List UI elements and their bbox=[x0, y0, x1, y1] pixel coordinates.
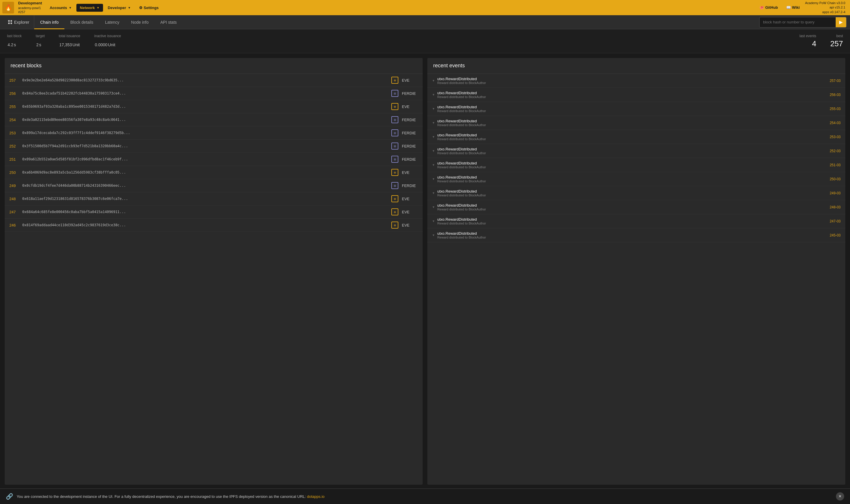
event-description: Reward distributed to BlockAuthor bbox=[437, 137, 828, 141]
event-info: utxo.RewardDistributed Reward distribute… bbox=[437, 175, 828, 183]
table-row[interactable]: 252 0x3f51500d5b7f94a2d91ccb93ef7d521b8a… bbox=[5, 140, 423, 153]
block-author: FERDIE bbox=[402, 144, 418, 148]
block-author: FERDIE bbox=[402, 118, 418, 122]
table-row[interactable]: 249 0x0cfdb19dcf4fee7d446da00b88714b2431… bbox=[5, 179, 423, 192]
list-item[interactable]: ▼ utxo.RewardDistributed Reward distribu… bbox=[427, 200, 845, 214]
settings-nav-item[interactable]: ⚙ Settings bbox=[135, 4, 162, 12]
event-info: utxo.RewardDistributed Reward distribute… bbox=[437, 203, 828, 211]
recent-blocks-title: recent blocks bbox=[5, 58, 423, 74]
list-item[interactable]: ▼ utxo.RewardDistributed Reward distribu… bbox=[427, 172, 845, 186]
total-issuance-label: total issuance bbox=[59, 34, 80, 38]
block-author: FERDIE bbox=[402, 91, 418, 96]
node-info-tab[interactable]: Node info bbox=[125, 15, 155, 29]
list-item[interactable]: ▼ utxo.RewardDistributed Reward distribu… bbox=[427, 144, 845, 158]
list-item[interactable]: ▼ utxo.RewardDistributed Reward distribu… bbox=[427, 228, 845, 242]
block-number: 252 bbox=[10, 144, 19, 148]
table-row[interactable]: 250 0xa6b4069d9ac8e893a5cba1256dd5983cf3… bbox=[5, 166, 423, 179]
event-id: 252-03 bbox=[830, 149, 840, 153]
chevron-down-icon: ▼ bbox=[432, 192, 435, 195]
github-link[interactable]: 🐙 GitHub bbox=[756, 3, 781, 12]
chain-node: academy-pow/1 bbox=[18, 6, 42, 10]
accounts-nav-item[interactable]: Accounts ▼ bbox=[46, 4, 75, 12]
event-id: 245-03 bbox=[830, 233, 840, 237]
table-row[interactable]: 254 0xde3a02115ebd89eee80356fa307e8a93c4… bbox=[5, 113, 423, 126]
chevron-down-icon: ▼ bbox=[432, 163, 435, 166]
table-row[interactable]: 251 0x09a612b552a0ae5d585f81bf2c096dfbd8… bbox=[5, 153, 423, 166]
best-stat: best 257 bbox=[830, 34, 843, 48]
event-info: utxo.RewardDistributed Reward distribute… bbox=[437, 105, 828, 113]
inactive-issuance-value: 0.0000Unit bbox=[94, 39, 121, 48]
inactive-issuance-stat: inactive issuance 0.0000Unit bbox=[94, 34, 121, 48]
event-info: utxo.RewardDistributed Reward distribute… bbox=[437, 147, 828, 155]
list-item[interactable]: ▼ utxo.RewardDistributed Reward distribu… bbox=[427, 102, 845, 116]
chevron-down-icon: ▼ bbox=[432, 121, 435, 124]
event-name: utxo.RewardDistributed bbox=[437, 231, 828, 236]
app-version-name: Academy PoW Chain v3.0.0 bbox=[805, 1, 845, 5]
table-row[interactable]: 248 0x618a11aef29d12318631d816578376b308… bbox=[5, 192, 423, 205]
network-label: Network bbox=[80, 5, 95, 10]
wiki-label: Wiki bbox=[792, 5, 800, 10]
list-item[interactable]: ▼ utxo.RewardDistributed Reward distribu… bbox=[427, 116, 845, 130]
list-item[interactable]: ▼ utxo.RewardDistributed Reward distribu… bbox=[427, 158, 845, 172]
nav-right-section: 🐙 GitHub 📖 Wiki Academy PoW Chain v3.0.0… bbox=[756, 1, 848, 14]
network-arrow-icon: ▼ bbox=[96, 6, 100, 10]
chain-name: Development bbox=[18, 1, 42, 6]
event-name: utxo.RewardDistributed bbox=[437, 175, 828, 179]
table-row[interactable]: 246 0x814f69addaad44ce110d392ad45c2c9837… bbox=[5, 219, 423, 232]
event-info: utxo.RewardDistributed Reward distribute… bbox=[437, 161, 828, 169]
table-row[interactable]: 257 0x9e3e2be2e64a528d9822300d8ac8132727… bbox=[5, 74, 423, 87]
chevron-down-icon: ▼ bbox=[432, 234, 435, 237]
event-info: utxo.RewardDistributed Reward distribute… bbox=[437, 133, 828, 141]
event-name: utxo.RewardDistributed bbox=[437, 203, 828, 208]
table-row[interactable]: 247 0x684a64c685fe8e000456c0aba7bbf5a041… bbox=[5, 205, 423, 219]
event-name: utxo.RewardDistributed bbox=[437, 161, 828, 165]
search-button[interactable]: ▶ bbox=[836, 17, 846, 28]
github-icon: 🐙 bbox=[759, 5, 764, 10]
block-author: EVE bbox=[402, 210, 418, 214]
event-name: utxo.RewardDistributed bbox=[437, 119, 828, 123]
api-stats-tab[interactable]: API stats bbox=[155, 15, 183, 29]
block-hash: 0x84a75c8ee3cadaf51b42202fcb44830a175903… bbox=[22, 91, 388, 95]
top-navigation: 🔥 Development academy-pow/1 #257 Account… bbox=[0, 0, 850, 15]
developer-nav-item[interactable]: Developer ▼ bbox=[104, 4, 134, 12]
block-number: 249 bbox=[10, 183, 19, 188]
author-icon: ⊕ bbox=[391, 103, 398, 110]
search-input[interactable] bbox=[760, 20, 836, 24]
settings-label: Settings bbox=[144, 5, 159, 10]
table-row[interactable]: 255 0x65b9693af93a320aba1c895ee001534817… bbox=[5, 100, 423, 113]
block-details-tab[interactable]: Block details bbox=[65, 15, 99, 29]
block-hash: 0x9e3e2be2e64a528d9822300d8ac813272733c9… bbox=[22, 78, 388, 82]
app-logo: 🔥 bbox=[2, 2, 14, 14]
table-row[interactable]: 253 0x899a17dcecabda7c292c03ff7f1c4ddef9… bbox=[5, 126, 423, 140]
list-item[interactable]: ▼ utxo.RewardDistributed Reward distribu… bbox=[427, 214, 845, 228]
list-item[interactable]: ▼ utxo.RewardDistributed Reward distribu… bbox=[427, 88, 845, 102]
target-label: target bbox=[36, 34, 45, 38]
block-author: FERDIE bbox=[402, 157, 418, 162]
event-info: utxo.RewardDistributed Reward distribute… bbox=[437, 77, 828, 85]
last-block-label: last block bbox=[7, 34, 22, 38]
table-row[interactable]: 256 0x84a75c8ee3cadaf51b42202fcb44830a17… bbox=[5, 87, 423, 100]
event-name: utxo.RewardDistributed bbox=[437, 133, 828, 137]
explorer-tab[interactable]: Explorer bbox=[3, 15, 34, 29]
wiki-link[interactable]: 📖 Wiki bbox=[783, 3, 803, 12]
event-description: Reward distributed to BlockAuthor bbox=[437, 123, 828, 127]
chain-info-nav: Development academy-pow/1 #257 bbox=[15, 0, 45, 15]
developer-label: Developer bbox=[108, 5, 126, 10]
latency-tab[interactable]: Latency bbox=[99, 15, 125, 29]
block-hash: 0x899a17dcecabda7c292c03ff7f1c4ddef9146f… bbox=[22, 131, 388, 135]
author-icon: ⊞ bbox=[391, 90, 398, 97]
list-item[interactable]: ▼ utxo.RewardDistributed Reward distribu… bbox=[427, 186, 845, 200]
event-id: 249-03 bbox=[830, 191, 840, 195]
chevron-down-icon: ▼ bbox=[432, 149, 435, 152]
stats-bar: last block 4.2s target 2s total issuance… bbox=[0, 29, 850, 53]
list-item[interactable]: ▼ utxo.RewardDistributed Reward distribu… bbox=[427, 130, 845, 144]
block-hash: 0xa6b4069d9ac8e893a5cba1256dd5983cf38bff… bbox=[22, 170, 388, 175]
event-name: utxo.RewardDistributed bbox=[437, 105, 828, 109]
chain-info-tab[interactable]: Chain info bbox=[34, 15, 65, 29]
block-author: EVE bbox=[402, 170, 418, 175]
block-hash: 0x684a64c685fe8e000456c0aba7bbf5a0415a14… bbox=[22, 210, 388, 214]
chevron-down-icon: ▼ bbox=[432, 177, 435, 181]
network-nav-item[interactable]: Network ▼ bbox=[76, 4, 103, 12]
list-item[interactable]: ▼ utxo.RewardDistributed Reward distribu… bbox=[427, 74, 845, 88]
search-box: ▶ bbox=[759, 17, 847, 28]
